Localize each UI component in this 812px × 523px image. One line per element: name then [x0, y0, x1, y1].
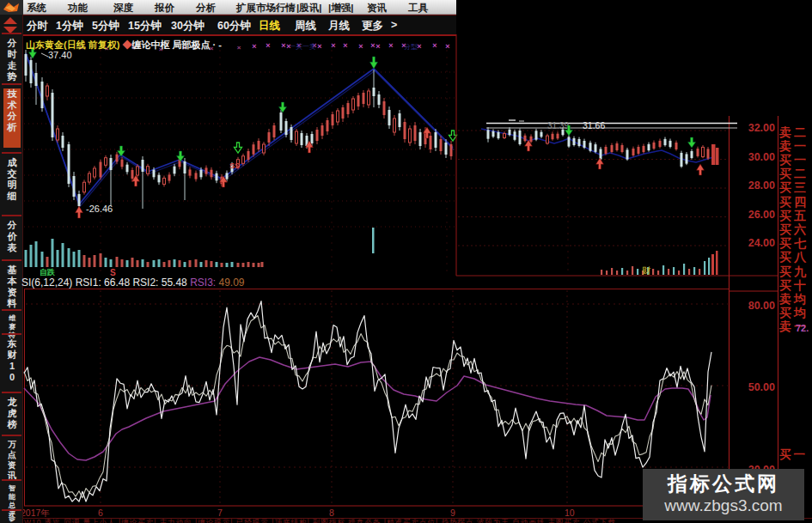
svg-text:卖一: 卖一 — [778, 139, 809, 153]
svg-text:×: × — [343, 41, 347, 50]
svg-text:自跌: 自跌 — [40, 268, 55, 277]
svg-text:买十: 买十 — [779, 278, 809, 292]
svg-text:×: × — [417, 42, 421, 51]
svg-text:×: × — [237, 44, 241, 52]
svg-text:买六: 买六 — [779, 222, 809, 236]
svg-text:31.66: 31.66 — [583, 120, 605, 131]
svg-text:买七: 买七 — [779, 236, 809, 250]
svg-text:26.00: 26.00 — [748, 209, 775, 221]
svg-text:买八: 买八 — [779, 250, 809, 264]
svg-text:×: × — [388, 41, 393, 50]
svg-text:卖均: 卖均 — [778, 292, 809, 306]
svg-text:买二: 买二 — [779, 167, 809, 180]
svg-text:32.00: 32.00 — [748, 122, 775, 134]
svg-text:30.00: 30.00 — [748, 151, 775, 163]
svg-text:买四: 买四 — [779, 195, 809, 209]
svg-text:买一: 买一 — [779, 448, 808, 461]
svg-text:24.00: 24.00 — [748, 237, 775, 249]
svg-text:分型: 分型 — [404, 43, 418, 51]
svg-text:×: × — [252, 42, 256, 51]
svg-text:买三: 买三 — [779, 180, 809, 194]
svg-text:买均: 买均 — [779, 306, 809, 319]
svg-text:10: 10 — [565, 508, 575, 518]
svg-text:×: × — [445, 42, 449, 51]
svg-text:买九: 买九 — [779, 265, 809, 278]
svg-text:买五: 买五 — [779, 209, 809, 222]
svg-text:7: 7 — [217, 508, 223, 518]
svg-text:80.00: 80.00 — [748, 300, 775, 312]
svg-text:一买一卖: 一买一卖 — [289, 43, 316, 51]
svg-text:9: 9 — [450, 508, 455, 518]
svg-text:6: 6 — [98, 508, 103, 518]
svg-text:SS: SS — [229, 161, 240, 170]
svg-text:买一: 买一 — [779, 153, 809, 167]
svg-text:×: × — [331, 41, 335, 50]
svg-text:×: × — [370, 41, 375, 50]
svg-text:2017年: 2017年 — [21, 508, 50, 518]
svg-text:8: 8 — [329, 508, 334, 518]
svg-text:31.39: 31.39 — [547, 121, 569, 131]
svg-text:×: × — [358, 42, 363, 51]
svg-text:28.00: 28.00 — [748, 179, 775, 192]
svg-text:×: × — [281, 41, 285, 50]
svg-text:×: × — [432, 41, 437, 50]
svg-text:50.00: 50.00 — [748, 381, 775, 393]
svg-text:37.40: 37.40 — [48, 50, 72, 60]
svg-text:×: × — [375, 42, 380, 51]
svg-text:72.: 72. — [796, 323, 809, 333]
svg-text:卖二: 卖二 — [778, 125, 809, 139]
svg-text:-26.46: -26.46 — [86, 204, 113, 214]
svg-text:×: × — [266, 41, 270, 50]
svg-text:财: 财 — [642, 265, 651, 276]
svg-text:×: × — [317, 42, 321, 51]
